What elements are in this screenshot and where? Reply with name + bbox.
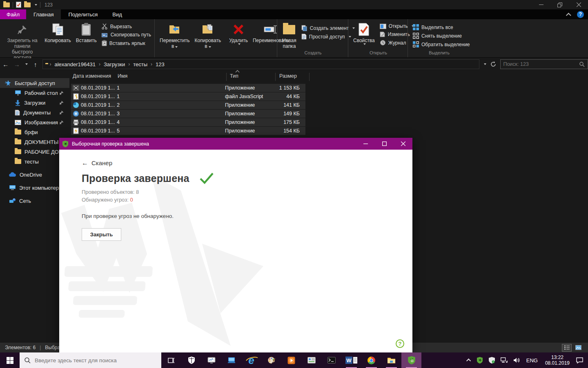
- media-player-button[interactable]: [281, 352, 301, 368]
- scanner-back-link[interactable]: ← Сканер: [82, 159, 412, 166]
- cut-button[interactable]: Вырезать: [102, 23, 151, 29]
- delete-button[interactable]: Удалить: [227, 21, 250, 45]
- tray-drweb-icon[interactable]: [474, 357, 486, 364]
- up-button[interactable]: ↑: [30, 61, 41, 68]
- threats-found-line: Обнаружено угроз: 0: [82, 196, 412, 204]
- dialog-minimize-button[interactable]: [356, 138, 375, 150]
- drweb-taskbar-button[interactable]: [401, 352, 421, 368]
- file-row[interactable]: 08.01.2019 1... 1 Приложение 1 153 КБ: [71, 84, 305, 92]
- close-dialog-button[interactable]: Закрыть: [82, 228, 121, 241]
- tray-language[interactable]: ENG: [523, 357, 541, 364]
- word-icon: W: [345, 357, 357, 364]
- folder-icon[interactable]: [3, 2, 10, 7]
- sidebar-item-quick-access[interactable]: Быстрый доступ: [0, 78, 69, 88]
- close-button[interactable]: [569, 0, 588, 9]
- breadcrumb-segment[interactable]: тесты: [132, 61, 148, 67]
- thumbnails-view-button[interactable]: [573, 344, 583, 352]
- column-header-date[interactable]: Дата изменения: [73, 73, 111, 79]
- sidebar-item-pictures[interactable]: Изображения: [0, 117, 69, 127]
- action-center-icon[interactable]: [573, 357, 588, 364]
- tab-view[interactable]: Вид: [105, 9, 129, 19]
- dialog-close-button[interactable]: [394, 138, 412, 150]
- word-button[interactable]: W: [341, 352, 361, 368]
- search-icon[interactable]: [579, 62, 585, 67]
- forward-button[interactable]: →: [11, 61, 23, 68]
- help-icon[interactable]: ?: [577, 11, 584, 18]
- sidebar-item-folder[interactable]: брфи: [0, 127, 69, 137]
- start-button[interactable]: [0, 352, 20, 368]
- restore-button[interactable]: [550, 0, 569, 9]
- tray-network-icon[interactable]: [498, 357, 510, 363]
- pin-to-quick-access-button[interactable]: Закрепить на панели быстрого доступа: [2, 21, 42, 61]
- new-folder-button[interactable]: Новая папка: [280, 21, 299, 49]
- properties-button[interactable]: Свойства: [351, 21, 377, 45]
- explorer-search[interactable]: [500, 59, 588, 69]
- file-row[interactable]: 08.01.2019 1... 3 Приложение 149 КБ: [71, 110, 305, 118]
- paste-button[interactable]: Вставить: [74, 21, 99, 43]
- tray-defender-icon[interactable]: [486, 357, 498, 364]
- file-explorer-button[interactable]: [381, 352, 401, 368]
- chrome-button[interactable]: [361, 352, 381, 368]
- tray-show-hidden-icons[interactable]: [465, 359, 474, 362]
- copy-button[interactable]: Копировать: [42, 21, 74, 43]
- select-none-button[interactable]: Снять выделение: [413, 33, 470, 39]
- copy-to-button[interactable]: Копировать в: [192, 21, 224, 49]
- breadcrumb-segment[interactable]: alexander196431: [53, 61, 96, 67]
- invert-selection-button[interactable]: Обратить выделение: [413, 41, 470, 47]
- easy-access-button[interactable]: Простой доступ: [301, 34, 355, 40]
- taskbar-search-input[interactable]: [35, 357, 156, 364]
- breadcrumb-segment[interactable]: 123: [155, 61, 165, 67]
- control-panel-button[interactable]: [301, 352, 321, 368]
- column-header-size[interactable]: Размер: [279, 73, 297, 79]
- tab-home[interactable]: Главная: [26, 9, 61, 19]
- file-row[interactable]: 08.01.2019 1... 5 Приложение 154 КБ: [71, 127, 305, 135]
- tab-file[interactable]: Файл: [0, 9, 26, 19]
- breadcrumb-segment[interactable]: Загрузки: [103, 61, 126, 67]
- new-item-button[interactable]: Создать элемент: [301, 25, 355, 31]
- task-view-button[interactable]: [161, 352, 181, 368]
- internet-explorer-button[interactable]: e: [241, 352, 261, 368]
- copy-path-button[interactable]: Скопировать путь: [102, 32, 151, 38]
- this-pc-button[interactable]: [221, 352, 241, 368]
- breadcrumb[interactable]: › alexander196431 › Загрузки › тесты › 1…: [42, 59, 479, 69]
- move-to-button[interactable]: Переместить в: [157, 21, 192, 49]
- taskbar-search[interactable]: [20, 352, 161, 368]
- folder-icon[interactable]: [24, 2, 31, 7]
- properties-check-icon[interactable]: [16, 2, 21, 8]
- sidebar-item-downloads[interactable]: Загрузки: [0, 98, 69, 108]
- recent-locations-caret[interactable]: [22, 63, 30, 65]
- paste-shortcut-button[interactable]: Вставить ярлык: [102, 40, 151, 46]
- tab-share[interactable]: Поделиться: [61, 9, 105, 19]
- collapse-ribbon-icon[interactable]: [566, 13, 571, 18]
- minimize-button[interactable]: [532, 0, 550, 9]
- file-row[interactable]: 08.01.2019 1... 4 Приложение 175 КБ: [71, 118, 305, 126]
- defender-taskbar-button[interactable]: [181, 352, 201, 368]
- back-button[interactable]: ←: [0, 61, 11, 68]
- address-dropdown-caret[interactable]: [484, 63, 486, 65]
- qat-dropdown-caret[interactable]: [35, 4, 37, 6]
- tray-volume-icon[interactable]: [510, 357, 523, 363]
- control-panel-icon: [307, 357, 316, 364]
- sidebar-item-desktop[interactable]: Рабочий стол: [0, 88, 69, 98]
- explorer-search-input[interactable]: [501, 61, 579, 67]
- refresh-icon[interactable]: [490, 61, 496, 67]
- back-arrow-icon: ←: [82, 160, 88, 166]
- file-row[interactable]: 08.01.2019 1... 2 Приложение 141 КБ: [71, 101, 305, 109]
- divider: [13, 2, 13, 8]
- sidebar-item-documents[interactable]: Документы: [0, 108, 69, 117]
- command-prompt-button[interactable]: [321, 352, 341, 368]
- details-view-button[interactable]: [562, 344, 572, 352]
- system-monitor-button[interactable]: [201, 352, 221, 368]
- select-all-button[interactable]: Выделить все: [413, 24, 470, 30]
- tray-date: 08.01.2019: [545, 360, 570, 366]
- column-header-type[interactable]: Тип: [230, 73, 238, 79]
- tray-clock[interactable]: 13:22 08.01.2019: [541, 355, 573, 366]
- dialog-help-icon[interactable]: ?: [396, 339, 404, 348]
- paint-button[interactable]: [261, 352, 281, 368]
- column-header-name[interactable]: Имя: [118, 73, 127, 79]
- pin-icon: [59, 120, 64, 125]
- file-row[interactable]: 08.01.2019 1... 1 файл JavaScript 44 КБ: [71, 92, 305, 101]
- dialog-maximize-button[interactable]: [375, 138, 394, 150]
- dropdown-caret: [209, 46, 211, 48]
- address-row: ← → ↑ › alexander196431 › Загрузки › тес…: [0, 58, 588, 70]
